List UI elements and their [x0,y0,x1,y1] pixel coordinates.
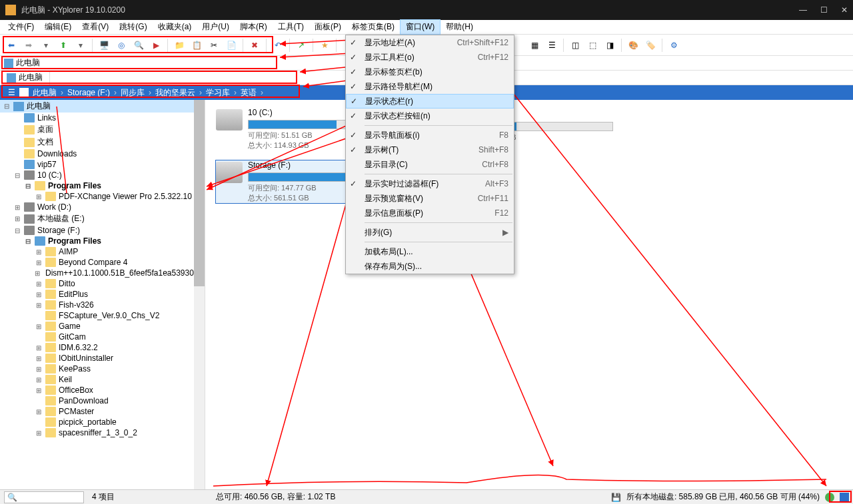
undo-icon[interactable]: ↶ [271,38,285,53]
plus-icon[interactable]: ⊞ [35,387,43,394]
folder-add-icon[interactable]: 📁 [172,38,187,53]
scrollbar[interactable] [194,100,205,490]
forward-button[interactable]: ➡ [21,38,36,53]
scrollthumb[interactable] [194,100,205,286]
tree-item[interactable]: Downloads [0,148,205,159]
plus-icon[interactable]: ⊞ [35,302,43,309]
maximize-button[interactable]: ☐ [820,5,828,15]
tree-item[interactable]: ⊟10 (C:) [0,170,205,180]
menu-item[interactable]: 保存布局为(S)... [346,259,514,274]
tree-item[interactable]: ⊞Beyond Compare 4 [0,257,205,268]
tree-item[interactable]: PanDownload [0,395,205,406]
menu-10[interactable]: 窗口(W) [400,19,440,35]
menu-item[interactable]: 加载布局(L)... [346,244,514,259]
menu-item[interactable]: ✓显示树(T)Shift+F8 [346,142,514,157]
tree-item[interactable]: ⊞OfficeBox [0,385,205,395]
cut-icon[interactable]: ✂ [207,38,221,53]
minus-icon[interactable]: ⊟ [3,103,11,110]
up-button[interactable]: ⬆ [56,38,71,53]
menu-item[interactable]: ✓显示工具栏(o)Ctrl+F12 [346,50,514,65]
back-button[interactable]: ⬅ [4,38,19,53]
breadcrumb-item[interactable]: 学习库 [202,88,234,97]
plus-icon[interactable]: ⊞ [35,280,43,288]
copy-icon[interactable]: 📋 [189,38,204,53]
tree-panel[interactable]: ⊟此电脑Links桌面文档Downloadsvip57⊟10 (C:)⊟Prog… [0,100,205,490]
menu-item[interactable]: ✓显示状态栏按钮(n) [346,109,514,123]
preview-icon[interactable]: 🖥️ [97,38,111,53]
tree-item[interactable]: ⊞AIMP [0,246,205,257]
menu-item[interactable]: ✓显示路径导航栏(M) [346,79,514,94]
tree-item[interactable]: ⊞Dism++10.1.1000.51B_6feef5fa1ea53930ecd… [0,268,205,278]
color-icon[interactable]: 🎨 [626,38,640,53]
breadcrumb-item[interactable]: 此电脑 [29,88,61,97]
plus-icon[interactable]: ⊞ [35,270,40,277]
menu-11[interactable]: 帮助(H) [440,20,478,34]
tree-item[interactable]: picpick_portable [0,417,205,427]
menu-item[interactable]: ✓显示标签页栏(b) [346,65,514,79]
minus-icon[interactable]: ⊟ [24,238,32,245]
tree-item[interactable]: ⊟Program Files [0,180,205,191]
tree-item[interactable]: ⊞IObitUninstaller [0,353,205,364]
tree-item[interactable]: vip57 [0,159,205,170]
plus-icon[interactable]: ⊞ [35,366,43,373]
menu-item[interactable]: ✓显示地址栏(A)Ctrl+Shift+F12 [346,35,514,50]
delete-icon[interactable]: ✖ [247,38,262,53]
dropdown-arrow[interactable]: ▾ [39,38,53,53]
tree-item[interactable]: Links [0,113,205,123]
minus-icon[interactable]: ⊟ [24,182,32,190]
tree-item[interactable]: GitCam [0,332,205,342]
plus-icon[interactable]: ⊞ [35,355,43,362]
panel-icon-2[interactable]: ⬚ [585,38,600,53]
minus-icon[interactable]: ⊟ [13,172,21,179]
menu-item[interactable]: ✓显示状态栏(r) [346,94,514,109]
dropdown-arrow-2[interactable]: ▾ [73,38,88,53]
tree-item[interactable]: ⊞Work (D:) [0,202,205,212]
menu-item[interactable]: ✓显示实时过滤器框(F)Alt+F3 [346,176,514,191]
tab-thispc[interactable]: 此电脑 [0,71,50,85]
tree-item[interactable]: ⊞spacesniffer_1_3_0_2 [0,427,205,438]
search-icon[interactable]: 🔍 [131,38,146,53]
settings-icon[interactable]: ⚙ [666,38,681,53]
plus-icon[interactable]: ⊞ [13,204,21,211]
plus-icon[interactable]: ⊞ [35,193,43,200]
tree-item[interactable]: ⊞PDF-XChange Viewer Pro 2.5.322.10 [0,191,205,202]
plus-icon[interactable]: ⊞ [35,248,43,256]
tree-item[interactable]: ⊞IDM.6.32.2 [0,342,205,353]
menu-5[interactable]: 用户(U) [197,20,235,34]
content-panel[interactable]: 10 (C:) 可用空间: 51.51 GB 总大小: 114.93 GB 本地… [205,100,853,490]
panel-icon-1[interactable]: ◫ [568,38,582,53]
breadcrumb-item[interactable]: 同步库 [117,88,149,97]
menu-6[interactable]: 脚本(R) [235,20,273,34]
plus-icon[interactable]: ⊞ [13,215,21,222]
status-ok-icon[interactable] [825,493,834,502]
tree-item[interactable]: ⊟Storage (F:) [0,225,205,236]
menu-7[interactable]: 工具(T) [273,20,309,34]
tree-item[interactable]: FSCapture_Ver.9.0_Chs_V2 [0,310,205,321]
paste-icon[interactable]: 📄 [224,38,239,53]
view-icon-2[interactable]: ☰ [544,38,559,53]
tree-item[interactable]: ⊟此电脑 [0,100,205,113]
menu-9[interactable]: 标签页集(B) [347,20,400,34]
tree-item[interactable]: ⊞Fish-v326 [0,300,205,310]
breadcrumb-item[interactable]: Storage (F:) [63,88,114,97]
minus-icon[interactable]: ⊟ [13,227,21,234]
close-button[interactable]: ✕ [841,5,848,15]
filter-input[interactable]: 🔍 [4,491,84,503]
menu-item[interactable]: 排列(G)▶ [346,225,514,240]
breadcrumb-item[interactable]: 我的坚果云 [151,88,199,97]
tree-item[interactable]: ⊞本地磁盘 (E:) [0,212,205,225]
menu-item[interactable]: 显示信息面板(P)F12 [346,206,514,220]
breadcrumb-item[interactable]: 英语 [237,88,261,97]
menu-8[interactable]: 面板(P) [309,20,347,34]
plus-icon[interactable]: ⊞ [35,376,43,383]
plus-icon[interactable]: ⊞ [35,259,43,266]
tag-icon[interactable]: 🏷️ [643,38,658,53]
plus-icon[interactable]: ⊞ [35,429,43,437]
menu-icon[interactable]: ☰ [4,88,19,97]
panel-icon-3[interactable]: ◨ [602,38,617,53]
go-icon[interactable]: ↗ [294,38,309,53]
bookmark-icon[interactable]: ★ [317,38,332,53]
menu-item[interactable]: ✓显示导航面板(i)F8 [346,128,514,142]
tree-item[interactable]: ⊟Program Files [0,236,205,246]
play-icon[interactable]: ▶ [149,38,163,53]
